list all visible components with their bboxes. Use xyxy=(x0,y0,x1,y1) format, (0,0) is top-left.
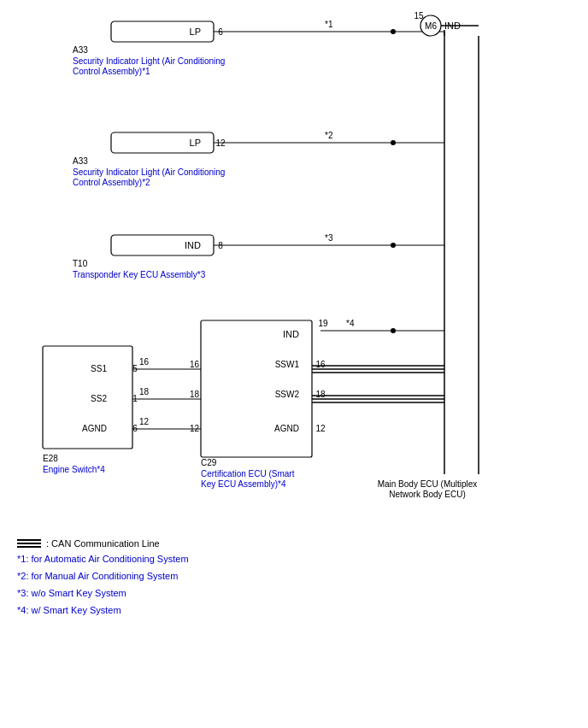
can-legend-text: : CAN Communication Line xyxy=(46,538,160,549)
can-lines-symbol xyxy=(17,539,41,548)
svg-text:T10: T10 xyxy=(73,259,88,268)
svg-text:19: 19 xyxy=(318,319,328,328)
svg-text:LP: LP xyxy=(190,26,201,37)
svg-text:Certification ECU (Smart: Certification ECU (Smart xyxy=(201,469,295,478)
svg-text:16: 16 xyxy=(315,360,326,369)
diagram-area: LP 6 *1 A33 Security Indicator Light (Ai… xyxy=(0,0,588,728)
svg-text:18: 18 xyxy=(190,390,200,399)
can-legend-row: : CAN Communication Line xyxy=(17,538,376,549)
svg-text:15: 15 xyxy=(414,11,424,21)
svg-text:E28: E28 xyxy=(43,454,58,463)
note-2: *2: for Manual Air Conditioning System xyxy=(17,571,376,581)
svg-text:16: 16 xyxy=(139,357,150,367)
svg-text:Control Assembly)*2: Control Assembly)*2 xyxy=(73,178,150,187)
svg-text:SS1: SS1 xyxy=(91,364,107,373)
note-1: *1: for Automatic Air Conditioning Syste… xyxy=(17,554,376,564)
svg-text:Control Assembly)*1: Control Assembly)*1 xyxy=(73,67,150,76)
svg-text:A33: A33 xyxy=(73,156,88,166)
note-1-text: *1: for Automatic Air Conditioning Syste… xyxy=(17,554,189,564)
svg-text:Main Body ECU (Multiplex: Main Body ECU (Multiplex xyxy=(378,479,478,489)
note-3: *3: w/o Smart Key System xyxy=(17,588,376,598)
svg-text:SSW1: SSW1 xyxy=(275,360,300,369)
note-3-text: *3: w/o Smart Key System xyxy=(17,588,126,598)
svg-text:AGND: AGND xyxy=(274,424,299,433)
note-2-text: *2: for Manual Air Conditioning System xyxy=(17,571,178,581)
svg-text:C29: C29 xyxy=(201,458,217,467)
can-line-3 xyxy=(17,546,41,548)
svg-text:Transponder Key ECU Assembly*3: Transponder Key ECU Assembly*3 xyxy=(73,270,206,279)
svg-text:LP: LP xyxy=(190,138,201,148)
svg-text:18: 18 xyxy=(139,387,150,396)
svg-text:*4: *4 xyxy=(346,319,355,328)
svg-text:IND: IND xyxy=(185,240,201,250)
svg-text:12: 12 xyxy=(139,417,150,426)
svg-text:*1: *1 xyxy=(325,20,333,29)
can-line-1 xyxy=(17,539,41,541)
svg-text:Network Body ECU): Network Body ECU) xyxy=(389,490,465,499)
svg-text:M6: M6 xyxy=(425,21,437,31)
svg-text:Security Indicator Light (Air : Security Indicator Light (Air Conditioni… xyxy=(73,56,225,66)
note-4: *4: w/ Smart Key System xyxy=(17,605,376,615)
svg-text:IND: IND xyxy=(283,329,299,339)
svg-text:AGND: AGND xyxy=(82,424,107,433)
svg-rect-35 xyxy=(43,346,132,449)
can-line-2 xyxy=(17,543,41,544)
svg-text:Key ECU Assembly)*4: Key ECU Assembly)*4 xyxy=(201,479,286,489)
svg-text:*2: *2 xyxy=(325,131,333,140)
svg-text:12: 12 xyxy=(315,424,326,433)
note-4-text: *4: w/ Smart Key System xyxy=(17,605,121,615)
svg-text:A33: A33 xyxy=(73,45,88,55)
svg-text:Security Indicator Light (Air : Security Indicator Light (Air Conditioni… xyxy=(73,167,225,177)
svg-text:SS2: SS2 xyxy=(91,394,107,403)
svg-text:Engine Switch*4: Engine Switch*4 xyxy=(43,465,105,474)
svg-text:*3: *3 xyxy=(325,233,333,243)
svg-text:SSW2: SSW2 xyxy=(275,390,300,399)
svg-rect-44 xyxy=(201,320,312,457)
svg-text:18: 18 xyxy=(315,390,326,399)
legend-area: : CAN Communication Line *1: for Automat… xyxy=(17,538,376,622)
svg-text:16: 16 xyxy=(190,360,200,369)
